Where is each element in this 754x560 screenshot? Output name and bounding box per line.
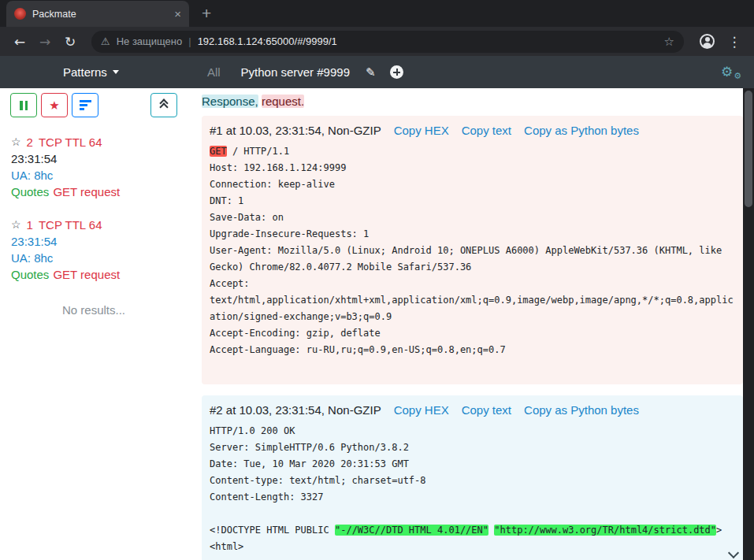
gear-icon: ⚙ (721, 64, 733, 80)
stream-item[interactable]: ☆ 2 TCP TTL 64 23:31:54 UA: 8hc QuotesGE… (0, 134, 188, 200)
add-pattern-icon[interactable] (390, 65, 403, 79)
stream-tags: QuotesGET request (11, 184, 176, 200)
address-bar[interactable]: ⚠ Не защищено | 192.168.1.124:65000/#/99… (91, 31, 684, 53)
favorites-button[interactable]: ★ (41, 93, 68, 117)
packet-header-row: #1 at 10.03, 23:31:54, Non-GZIP Copy HEX… (210, 124, 735, 137)
legend: Response, request. (202, 95, 743, 108)
pause-button[interactable] (10, 93, 37, 117)
copy-text-link[interactable]: Copy text (462, 124, 511, 137)
reload-icon[interactable]: ↻ (60, 34, 80, 50)
stream-count: 1 (27, 217, 33, 233)
sidebar-toolbar: ★ (0, 93, 188, 117)
warning-icon: ⚠ (101, 35, 110, 47)
stream-item[interactable]: ☆ 1 TCP TTL 64 23:31:54 UA: 8hc QuotesGE… (0, 217, 188, 283)
favorite-star-icon[interactable]: ☆ (11, 134, 21, 150)
stream-user-agent: UA: 8hc (11, 167, 176, 184)
stream-quotes-tag: Quotes (11, 185, 49, 198)
browser-toolbar: ← → ↻ ⚠ Не защищено | 192.168.1.124:6500… (0, 27, 754, 56)
stream-request-tag: GET request (53, 185, 120, 198)
packet-body: HTTP/1.0 200 OK Server: SimpleHTTP/0.6 P… (210, 423, 735, 555)
forward-icon[interactable]: → (35, 34, 55, 50)
scrollbar-thumb[interactable] (745, 91, 752, 207)
copy-hex-link[interactable]: Copy HEX (394, 403, 449, 417)
stream-item-title: ☆ 1 TCP TTL 64 (11, 217, 176, 233)
highlight-green: "http://www.w3.org/TR/html4/strict.dtd" (494, 525, 716, 536)
stream-request-tag: GET request (53, 268, 120, 281)
streams-sidebar: ★ ☆ 2 TCP TTL 64 23:31:54 UA: 8hc Quotes… (0, 88, 188, 560)
highlight-request: request. (262, 95, 304, 108)
stream-tags: QuotesGET request (11, 266, 176, 283)
packet-header: #1 at 10.03, 23:31:54, Non-GZIP (210, 124, 381, 137)
copy-text-link[interactable]: Copy text (462, 403, 511, 417)
packet-card-request: #1 at 10.03, 23:31:54, Non-GZIP Copy HEX… (202, 116, 743, 384)
profile-icon[interactable] (700, 34, 715, 49)
text-segment: HTTP/1.0 200 OK Server: SimpleHTTP/0.6 P… (210, 425, 426, 536)
stream-view: Response, request. #1 at 10.03, 23:31:54… (188, 88, 754, 560)
collapse-sidebar-button[interactable] (150, 93, 177, 117)
copy-python-bytes-link[interactable]: Copy as Python bytes (524, 124, 639, 137)
settings-gears-icon[interactable]: ⚙⚙ (721, 63, 741, 82)
tab-close-icon[interactable]: × (174, 8, 181, 20)
stream-user-agent: UA: 8hc (11, 250, 176, 266)
packet-header-row: #2 at 10.03, 23:31:54, Non-GZIP Copy HEX… (210, 403, 735, 417)
gear-small-icon: ⚙ (734, 71, 741, 81)
double-chevron-up-icon (161, 100, 167, 110)
filter-button[interactable] (72, 93, 98, 117)
packmate-favicon-icon (14, 8, 26, 20)
menu-dots-icon[interactable]: ⋮ (724, 34, 745, 50)
back-icon[interactable]: ← (9, 34, 30, 50)
stream-quotes-tag: Quotes (11, 268, 49, 281)
content-area: ★ ☆ 2 TCP TTL 64 23:31:54 UA: 8hc Quotes… (0, 88, 754, 560)
stream-item-title: ☆ 2 TCP TTL 64 (11, 134, 176, 150)
stream-protocol: TCP TTL 64 (39, 134, 102, 150)
packet-card-response: #2 at 10.03, 23:31:54, Non-GZIP Copy HEX… (202, 395, 743, 560)
browser-tab[interactable]: Packmate × (6, 1, 189, 27)
scrollbar[interactable] (743, 88, 754, 560)
browser-tab-strip: Packmate × + (0, 0, 754, 27)
copy-python-bytes-link[interactable]: Copy as Python bytes (524, 403, 639, 417)
edit-pattern-icon[interactable]: ✎ (366, 65, 376, 80)
star-icon: ★ (49, 98, 59, 113)
new-tab-button[interactable]: + (202, 5, 211, 21)
no-results-label: No results... (0, 303, 188, 317)
filter-lines-icon (80, 100, 91, 110)
packet-body: GET / HTTP/1.1 Host: 192.168.1.124:9999 … (210, 143, 735, 375)
highlight-red: GET (210, 146, 227, 157)
text-segment: / HTTP/1.1 Host: 192.168.1.124:9999 Conn… (210, 146, 734, 355)
tab-all-streams[interactable]: All (207, 65, 221, 79)
caret-down-icon (113, 70, 119, 74)
stream-time: 23:31:54 (11, 150, 176, 167)
patterns-dropdown[interactable]: Patterns (63, 65, 119, 79)
stream-count: 2 (27, 134, 33, 150)
app-navbar: Patterns All Python server #9999 ✎ ⚙⚙ (0, 56, 754, 88)
stream-protocol: TCP TTL 64 (39, 217, 102, 233)
highlight-response: Response, (202, 95, 258, 108)
pause-icon (20, 101, 28, 110)
bookmark-star-icon[interactable]: ☆ (664, 35, 674, 49)
favorite-star-icon[interactable]: ☆ (11, 217, 21, 233)
copy-hex-link[interactable]: Copy HEX (394, 124, 449, 137)
security-label[interactable]: Не защищено (117, 35, 183, 47)
tab-current-pattern[interactable]: Python server #9999 (241, 65, 350, 79)
url-text[interactable]: 192.168.1.124:65000/#/9999/1 (198, 35, 337, 47)
patterns-label: Patterns (63, 65, 107, 79)
stream-time: 23:31:54 (11, 233, 176, 250)
packet-header: #2 at 10.03, 23:31:54, Non-GZIP (210, 403, 381, 417)
highlight-green: "-//W3C//DTD HTML 4.01//EN" (335, 525, 488, 536)
tab-title: Packmate (32, 9, 168, 20)
address-separator: | (188, 35, 191, 47)
